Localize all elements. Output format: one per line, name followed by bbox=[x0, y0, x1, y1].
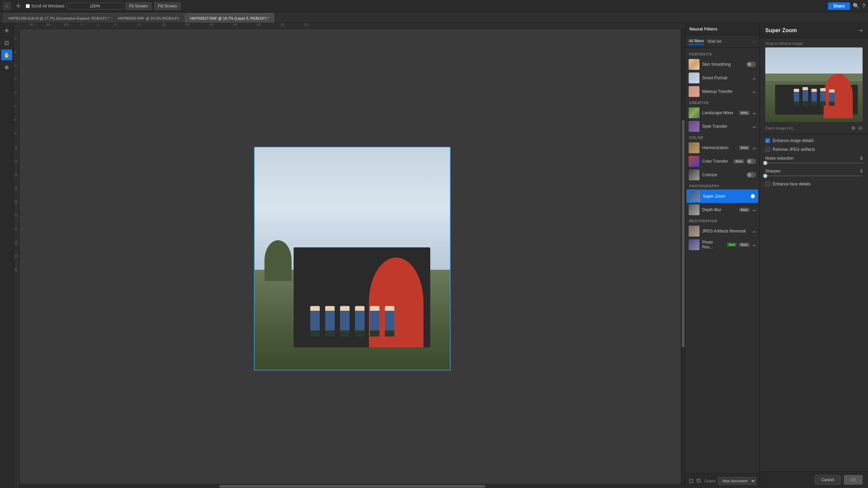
fit-screen-button[interactable]: Fit Screen bbox=[125, 2, 152, 10]
hand-tool[interactable]: ✋ bbox=[1, 49, 12, 60]
cancel-button[interactable]: Cancel bbox=[815, 475, 840, 485]
sharpen-thumb[interactable] bbox=[763, 174, 767, 178]
toggle-skin-smoothing[interactable] bbox=[747, 62, 756, 67]
filter-name-smart-portrait: Smart Portrait bbox=[702, 76, 749, 80]
collapse-icon[interactable]: ⇥ bbox=[858, 27, 863, 34]
filter-smart-portrait[interactable]: Smart Portrait ☁ bbox=[685, 71, 760, 85]
filter-name-makeup-transfer: Makeup Transfer bbox=[702, 89, 749, 94]
filter-name-landscape-mixer: Landscape Mixer bbox=[702, 110, 736, 115]
filter-name-jpeg-artifacts: JPEG Artifacts Removal bbox=[702, 229, 749, 233]
zoom-out-icon[interactable]: ⊖ bbox=[858, 125, 863, 131]
super-zoom-bottom: Cancel OK bbox=[760, 471, 868, 488]
super-zoom-preview[interactable] bbox=[765, 47, 863, 122]
filter-name-photo-res: Photo Res... bbox=[702, 240, 724, 249]
move-tool[interactable]: ✛ bbox=[1, 25, 12, 36]
tab-all-filters[interactable]: All filters bbox=[689, 38, 704, 45]
section-creative: Creative bbox=[685, 98, 760, 106]
filter-layers-icon[interactable]: ⊡ bbox=[689, 477, 694, 485]
enhance-image-checkbox[interactable] bbox=[765, 138, 770, 143]
output-label: Output bbox=[704, 479, 715, 483]
super-zoom-panel: Super Zoom ⇥ Drag to reframe image bbox=[760, 23, 868, 488]
search-icon[interactable]: 🔍 bbox=[853, 3, 860, 9]
drag-to-reframe-label: Drag to reframe image bbox=[760, 38, 868, 47]
badge-new-photo-res: New bbox=[727, 243, 737, 247]
filter-style-transfer[interactable]: Style Transfer ☁ bbox=[685, 120, 760, 133]
tab-1[interactable]: HKPB1095-Edit.tif @ 17.7% (Generative Ex… bbox=[3, 13, 112, 23]
more-options-icon[interactable]: ··· bbox=[752, 39, 756, 44]
filter-harmonization[interactable]: Harmonization Beta ☁ bbox=[685, 141, 760, 155]
tab-wait-list[interactable]: Wait list bbox=[707, 38, 722, 44]
zoom-tool[interactable]: ⊕ bbox=[1, 62, 12, 73]
main-layout: ✛ ⊡ ✋ ⊕ 60 94 128 2 4 6 8 10 12 14 16 18… bbox=[0, 23, 868, 488]
neural-filters-tabs: All filters Wait list ··· bbox=[685, 35, 760, 48]
toggle-color-transfer[interactable] bbox=[747, 159, 756, 164]
remove-jpeg-checkbox[interactable] bbox=[765, 147, 770, 152]
sharpen-track[interactable] bbox=[765, 176, 863, 176]
filter-name-style-transfer: Style Transfer bbox=[702, 124, 749, 129]
section-portraits: Portraits bbox=[685, 50, 760, 58]
tabs-bar: HKPB1095-Edit.tif @ 17.7% (Generative Ex… bbox=[0, 12, 868, 23]
canvas-area: 60 94 128 2 4 6 8 10 12 14 16 18 20 22 6… bbox=[14, 23, 685, 488]
output-select[interactable]: New document bbox=[718, 477, 756, 485]
ruler-horizontal: 60 94 128 2 4 6 8 10 12 14 16 18 20 22 bbox=[20, 23, 685, 29]
sharpen-value: 0 bbox=[860, 169, 863, 174]
ok-button[interactable]: OK bbox=[844, 475, 863, 485]
toggle-super-zoom[interactable] bbox=[746, 194, 755, 199]
noise-reduction-value: 0 bbox=[860, 156, 863, 161]
filter-color-transfer[interactable]: Color Transfer Beta bbox=[685, 155, 760, 168]
zoom-input[interactable] bbox=[67, 3, 123, 9]
filter-landscape-mixer[interactable]: Landscape Mixer Beta ☁ bbox=[685, 106, 760, 120]
noise-reduction-slider-row: Noise reduction 0 bbox=[765, 156, 863, 163]
scrollbar-vertical[interactable] bbox=[681, 29, 685, 484]
artboard-tool[interactable]: ⊡ bbox=[1, 37, 12, 48]
move-tool-topbar[interactable]: ☩ bbox=[14, 1, 23, 11]
back-button[interactable]: ‹ bbox=[3, 2, 11, 10]
filter-name-super-zoom: Super Zoom bbox=[703, 194, 743, 199]
enhance-face-row: Enhance face details bbox=[765, 182, 863, 186]
noise-reduction-track[interactable] bbox=[765, 163, 863, 163]
badge-depth-blur: Beta bbox=[739, 208, 749, 212]
filter-super-zoom[interactable]: Super Zoom bbox=[687, 189, 758, 203]
filter-name-harmonization: Harmonization bbox=[702, 145, 736, 150]
tab-3[interactable]: HKPS0527.RAF @ 16.7% (Layer 0, RGB/16*) … bbox=[185, 13, 274, 23]
photo-image bbox=[255, 147, 450, 370]
super-zoom-title: Super Zoom bbox=[765, 27, 858, 34]
cloud-icon-makeup-transfer: ☁ bbox=[752, 89, 756, 94]
tab-2[interactable]: HKPB0093.RAF @ 33.3% (RGB/16*) bbox=[113, 13, 184, 23]
filter-makeup-transfer[interactable]: Makeup Transfer ☁ bbox=[685, 85, 760, 98]
filter-name-colorize: Colorize bbox=[702, 172, 744, 177]
fill-screen-button[interactable]: Fill Screen bbox=[154, 2, 181, 10]
filter-stack-icon[interactable]: ⧉ bbox=[696, 477, 701, 484]
enhance-face-checkbox[interactable] bbox=[765, 182, 770, 186]
cloud-icon-landscape-mixer: ☁ bbox=[752, 110, 756, 115]
badge-landscape-mixer: Beta bbox=[739, 111, 749, 115]
filter-depth-blur[interactable]: Depth Blur Beta ☁ bbox=[685, 203, 760, 217]
section-restoration: Restoration bbox=[685, 217, 760, 224]
topbar: ‹ ☩ Scroll All Windows Fit Screen Fill S… bbox=[0, 0, 868, 12]
scroll-all-windows-checkbox[interactable] bbox=[26, 4, 30, 8]
filter-photo-res[interactable]: Photo Res... New Beta ☁ bbox=[685, 238, 760, 251]
help-icon[interactable]: ? bbox=[862, 3, 865, 9]
filter-name-depth-blur: Depth Blur bbox=[702, 207, 736, 212]
share-button[interactable]: Share bbox=[828, 2, 850, 10]
section-photography: Photography bbox=[685, 182, 760, 189]
filter-jpeg-artifacts[interactable]: JPEG Artifacts Removal ☁ bbox=[685, 224, 760, 238]
filter-list: Portraits Skin Smoothing Smart Portrait … bbox=[685, 48, 760, 473]
noise-reduction-thumb[interactable] bbox=[763, 161, 767, 165]
filter-thumb-jpeg-artifacts bbox=[689, 226, 699, 237]
super-zoom-controls: Enhance image details Remove JPEG artifa… bbox=[760, 134, 868, 471]
enhance-face-label: Enhance face details bbox=[773, 182, 863, 186]
scrollbar-horizontal[interactable] bbox=[20, 484, 685, 488]
neural-filters-header: Neural Filters bbox=[685, 23, 760, 35]
remove-jpeg-row: Remove JPEG artifacts bbox=[765, 147, 863, 152]
photo-frame[interactable] bbox=[254, 147, 451, 370]
zoom-in-icon[interactable]: ⊕ bbox=[851, 125, 855, 131]
cloud-icon-depth-blur: ☁ bbox=[752, 207, 756, 212]
cloud-icon-harmonization: ☁ bbox=[752, 145, 756, 150]
filter-skin-smoothing[interactable]: Skin Smoothing bbox=[685, 58, 760, 71]
filter-thumb-depth-blur bbox=[689, 204, 699, 215]
filter-colorize[interactable]: Colorize bbox=[685, 168, 760, 182]
toggle-colorize[interactable] bbox=[747, 172, 756, 178]
sharpen-header: Sharpen 0 bbox=[765, 169, 863, 174]
filter-name-skin-smoothing: Skin Smoothing bbox=[702, 62, 744, 67]
